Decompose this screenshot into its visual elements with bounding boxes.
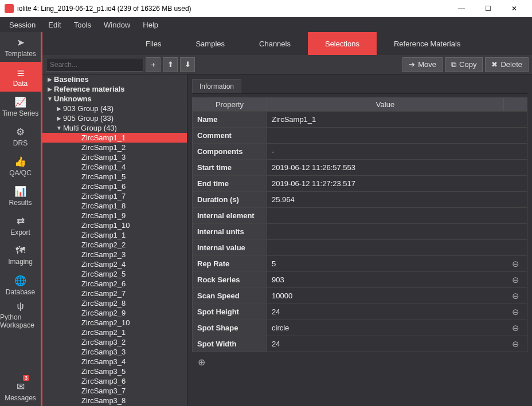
tree-item[interactable]: ZircSamp1_8 [42,201,187,211]
tree-item[interactable]: ZircSamp2_10 [42,318,187,328]
property-value[interactable]: 5 [267,256,504,271]
tab-channels[interactable]: Channels [242,32,308,55]
envelope-icon: ✉ [17,381,25,393]
tree-item[interactable]: ZircSamp2_2 [42,240,187,250]
remove-property-button[interactable]: ⊖ [504,288,527,303]
tree-item[interactable]: ZircSamp3_5 [42,366,187,376]
tree-item[interactable]: ZircSamp1_3 [42,152,187,162]
tree-item[interactable]: ▶903 Group (43) [42,104,187,113]
property-name: Spot Shape [193,320,267,336]
menu-edit[interactable]: Edit [42,19,66,31]
tree-item[interactable]: ZircSamp2_8 [42,298,187,308]
maximize-button[interactable]: ☐ [475,0,501,17]
menu-window[interactable]: Window [98,19,136,31]
search-input[interactable] [46,58,143,72]
tab-files[interactable]: Files [128,32,178,55]
property-row: Rock Series903⊖ [193,271,527,287]
tree-label: ZircSamp2_1 [81,328,126,337]
tree-label: ZircSamp2_3 [81,250,126,259]
property-value[interactable]: 24 [267,336,504,352]
tree-item[interactable]: ZircSamp2_6 [42,279,187,289]
tree-item[interactable]: ▶Reference materials [42,84,187,94]
remove-property-button[interactable]: ⊖ [504,320,527,336]
property-value[interactable] [267,240,504,255]
property-value[interactable]: 10000 [267,288,504,303]
tree-item[interactable]: ▶Baselines [42,74,187,84]
tree-item[interactable]: ZircSamp2_7 [42,289,187,298]
tree-label: Unknowns [54,94,92,103]
property-value[interactable]: - [267,144,504,159]
tab-reference-materials[interactable]: Reference Materials [377,32,478,55]
tree-item[interactable]: ZircSamp3_7 [42,386,187,396]
tree-item[interactable]: ZircSamp1_2 [42,143,187,152]
tree-item[interactable]: ZircSamp3_4 [42,357,187,366]
nav-database[interactable]: 🌐Database [0,270,41,300]
close-button[interactable]: ✕ [501,0,527,17]
move-button[interactable]: ➔Move [402,57,443,72]
nav-messages[interactable]: ✉ 3 Messages [0,376,41,406]
tree-item[interactable]: ZircSamp2_4 [42,259,187,269]
tree-item[interactable]: ZircSamp1_10 [42,220,187,230]
tree-item[interactable]: ZircSamp3_8 [42,396,187,405]
add-button[interactable]: ＋ [146,57,161,72]
tree-item[interactable]: ZircSamp3_3 [42,347,187,357]
nav-label: Results [9,199,32,207]
arrow-right-icon: ➔ [409,60,415,69]
download-button[interactable]: ⬇ [180,57,195,72]
upload-button[interactable]: ⬆ [163,57,178,72]
tab-selections[interactable]: Selections [308,32,377,55]
property-value[interactable]: ZircSamp1_1 [267,112,504,127]
property-value[interactable]: circle [267,320,504,336]
property-value[interactable]: 25.964 [267,192,504,207]
nav-export[interactable]: ⇄Export [0,211,41,241]
tree-item[interactable]: ZircSamp3_6 [42,376,187,386]
remove-property-button[interactable]: ⊖ [504,272,527,287]
menu-help[interactable]: Help [137,19,164,31]
menu-tools[interactable]: Tools [68,19,97,31]
tree-item[interactable]: ZircSamp3_2 [42,337,187,347]
property-value[interactable]: 24 [267,304,504,320]
nav-python-workspace[interactable]: ψPython Workspace [0,300,41,330]
menu-session[interactable]: Session [3,19,41,31]
nav-qa-qc[interactable]: 👍QA/QC [0,151,41,181]
tree-item[interactable]: ZircSamp1_1 [42,230,187,240]
property-value[interactable]: 903 [267,272,504,287]
tree-item[interactable]: ZircSamp2_5 [42,269,187,279]
property-value[interactable] [267,128,504,143]
tree-item[interactable]: ZircSamp1_1 [42,133,187,143]
tree-item[interactable]: ▼Multi Group (43) [42,123,187,133]
copy-button[interactable]: ⧉Copy [445,57,483,72]
minimize-button[interactable]: — [448,0,475,17]
nav-label: Python Workspace [0,313,41,329]
nav-time-series[interactable]: 📈Time Series [0,92,41,121]
delete-button[interactable]: ✖Delete [485,57,529,72]
remove-property-button[interactable]: ⊖ [504,304,527,320]
property-value[interactable] [267,208,504,223]
add-property-button[interactable]: ⊕ [192,352,527,372]
tree-item[interactable]: ZircSamp2_9 [42,308,187,318]
tab-information[interactable]: Information [192,79,241,93]
tree-item[interactable]: ZircSamp1_4 [42,162,187,172]
tree-item[interactable]: ZircSamp1_6 [42,182,187,191]
nav-drs[interactable]: ⚙DRS [0,121,41,151]
nav-imaging[interactable]: 🗺Imaging [0,241,41,270]
selection-tree[interactable]: ▶Baselines▶Reference materials▼Unknowns▶… [42,74,187,406]
tree-item[interactable]: ▼Unknowns [42,94,187,104]
nav-templates[interactable]: ➤Templates [0,32,41,62]
tab-samples[interactable]: Samples [178,32,242,55]
property-value[interactable] [267,224,504,239]
tree-item[interactable]: ▶905 Group (33) [42,113,187,123]
tree-item[interactable]: ZircSamp1_5 [42,172,187,182]
tree-label: ZircSamp3_4 [81,357,126,366]
tree-item[interactable]: ZircSamp2_3 [42,250,187,259]
nav-data[interactable]: ≣Data [0,62,41,92]
tree-item[interactable]: ZircSamp1_7 [42,191,187,201]
property-value[interactable]: 2019-06-12 11:26:57.553 [267,160,504,175]
remove-property-button[interactable]: ⊖ [504,336,527,352]
property-row: Start time2019-06-12 11:26:57.553 [193,159,527,175]
nav-results[interactable]: 📊Results [0,181,41,211]
tree-item[interactable]: ZircSamp2_1 [42,328,187,337]
property-value[interactable]: 2019-06-12 11:27:23.517 [267,176,504,191]
tree-item[interactable]: ZircSamp1_9 [42,211,187,220]
remove-property-button[interactable]: ⊖ [504,256,527,271]
